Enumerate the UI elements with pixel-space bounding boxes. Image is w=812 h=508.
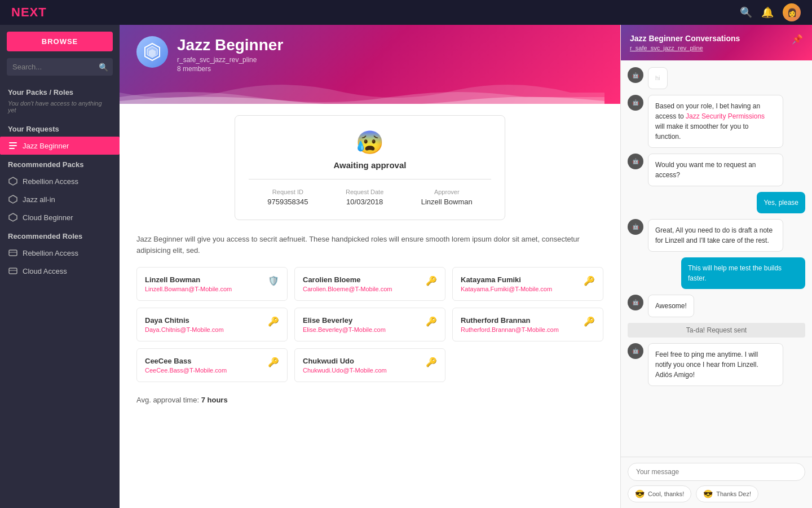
table-row: Rutherford Brannan Rutherford.Brannan@T-… bbox=[452, 308, 603, 341]
cool-emoji: 😎 bbox=[635, 489, 645, 498]
request-date-label: Request Date bbox=[346, 189, 383, 195]
table-row: Linzell Bowman Linzell.Bowman@T-Mobile.c… bbox=[136, 267, 288, 301]
pack-icon bbox=[8, 176, 18, 186]
svg-marker-5 bbox=[9, 213, 17, 221]
member-email: Daya.Chitnis@T-Mobile.com bbox=[145, 326, 224, 333]
sidebar-item-jazz-beginner[interactable]: Jazz Beginner bbox=[0, 137, 120, 155]
member-email: Linzell.Bowman@T-Mobile.com bbox=[145, 286, 232, 292]
shield-icon: 🛡️ bbox=[268, 275, 279, 286]
chat-message-bot: 🤖 hi bbox=[628, 67, 805, 89]
topbar-icons: 🔍 🔔 👩 bbox=[740, 3, 801, 21]
chat-title: Jazz Beginner Conversations bbox=[630, 34, 740, 43]
search-input[interactable] bbox=[7, 58, 113, 76]
chat-message-bot: 🤖 Awesome! bbox=[628, 295, 805, 317]
browse-button[interactable]: BROWSE bbox=[7, 32, 113, 51]
sidebar-item-rebellion-access[interactable]: Rebellion Access bbox=[0, 172, 120, 190]
sidebar-jazz-all-in-label: Jazz all-in bbox=[23, 195, 55, 204]
chat-message-bot: 🤖 Feel free to ping me anytime. I will n… bbox=[628, 343, 805, 386]
quick-replies: 😎 Cool, thanks! 😎 Thanks Dez! bbox=[628, 485, 805, 502]
chat-input[interactable] bbox=[628, 463, 805, 481]
sidebar-item-cloud-access[interactable]: Cloud Access bbox=[0, 262, 120, 280]
request-id-item: Request ID 9759358345 bbox=[267, 189, 308, 206]
chat-service-link[interactable]: r_safe_svc_jazz_rev_pline bbox=[630, 45, 740, 51]
sidebar-rebellion-access-label: Rebellion Access bbox=[23, 177, 78, 186]
pack-icon bbox=[8, 212, 18, 222]
bot-avatar: 🤖 bbox=[628, 295, 643, 310]
svg-rect-0 bbox=[9, 142, 17, 143]
chat-status-bar: Ta-da! Request sent bbox=[628, 323, 805, 338]
chat-bubble: Would you want me to request an access? bbox=[648, 154, 783, 186]
chat-bubble: hi bbox=[648, 67, 668, 89]
sidebar: BROWSE 🔍 Your Packs / Roles You don't ha… bbox=[0, 25, 120, 508]
sidebar-item-cloud-beginner[interactable]: Cloud Beginner bbox=[0, 208, 120, 226]
your-packs-empty-text: You don't have access to anything yet bbox=[0, 100, 120, 119]
member-name: Linzell Bowman bbox=[145, 275, 232, 284]
search-icon[interactable]: 🔍 bbox=[740, 6, 752, 19]
chat-messages: 🤖 hi 🤖 Based on your role, I bet having … bbox=[621, 60, 812, 457]
chat-bubble: Awesome! bbox=[648, 295, 694, 317]
member-email: Rutherford.Brannan@T-Mobile.com bbox=[461, 326, 559, 333]
topbar: NEXT 🔍 🔔 👩 bbox=[0, 0, 812, 25]
role-icon bbox=[8, 248, 18, 258]
member-name: Rutherford Brannan bbox=[461, 316, 559, 325]
chat-message-bot: 🤖 Based on your role, I bet having an ac… bbox=[628, 95, 805, 148]
shield-icon: 🔑 bbox=[584, 316, 595, 327]
svg-marker-4 bbox=[9, 195, 17, 203]
search-wrap: 🔍 bbox=[7, 58, 113, 76]
svg-rect-8 bbox=[9, 268, 17, 274]
request-id-label: Request ID bbox=[267, 189, 308, 195]
svg-marker-3 bbox=[9, 177, 17, 185]
member-name: Chukwudi Udo bbox=[303, 357, 387, 365]
svg-rect-6 bbox=[9, 250, 17, 256]
quick-reply-cool[interactable]: 😎 Cool, thanks! bbox=[628, 485, 691, 502]
bot-avatar: 🤖 bbox=[628, 343, 643, 359]
member-name: Daya Chitnis bbox=[145, 316, 224, 325]
pin-icon[interactable]: 📌 bbox=[792, 34, 803, 45]
member-email: CeeCee.Bass@T-Mobile.com bbox=[145, 367, 227, 374]
sidebar-jazz-beginner-label: Jazz Beginner bbox=[23, 142, 69, 150]
member-name: Katayama Fumiki bbox=[461, 275, 552, 284]
bot-avatar: 🤖 bbox=[628, 67, 643, 83]
app-logo: NEXT bbox=[11, 5, 47, 20]
avatar[interactable]: 👩 bbox=[783, 3, 801, 21]
pack-title: Jazz Beginner bbox=[177, 36, 283, 54]
member-name: CeeCee Bass bbox=[145, 357, 227, 365]
pack-body: 😰 Awaiting approval Request ID 975935834… bbox=[120, 104, 620, 508]
content-area: Jazz Beginner r_safe_svc_jazz_rev_pline … bbox=[120, 25, 620, 508]
chat-input-area: 😎 Cool, thanks! 😎 Thanks Dez! bbox=[621, 457, 812, 508]
recommended-roles-title: Recommended Roles bbox=[0, 226, 120, 244]
bot-avatar: 🤖 bbox=[628, 154, 643, 169]
approval-meta: Request ID 9759358345 Request Date 10/03… bbox=[249, 189, 491, 206]
chat-bubble-user: This will help me test the builds faster… bbox=[681, 257, 805, 289]
table-row: Carolien Bloeme Carolien.Bloeme@T-Mobile… bbox=[294, 267, 445, 301]
list-icon bbox=[8, 141, 18, 151]
shield-icon: 🔑 bbox=[426, 357, 437, 367]
chat-message-user: Yes, please bbox=[628, 192, 805, 213]
request-date-item: Request Date 10/03/2018 bbox=[346, 189, 383, 206]
your-requests-title: Your Requests bbox=[0, 119, 120, 137]
chat-message-user: This will help me test the builds faster… bbox=[628, 257, 805, 289]
sidebar-item-jazz-all-in[interactable]: Jazz all-in bbox=[0, 190, 120, 208]
jazz-security-link[interactable]: Jazz Security Permissions bbox=[686, 112, 765, 120]
chat-message-bot: 🤖 Would you want me to request an access… bbox=[628, 154, 805, 186]
thanks-emoji: 😎 bbox=[703, 489, 713, 498]
approver-label: Approver bbox=[421, 189, 473, 195]
pack-members-count: 8 members bbox=[177, 65, 283, 73]
chat-bubble: Feel free to ping me anytime. I will not… bbox=[648, 343, 783, 386]
quick-reply-thanks-label: Thanks Dez! bbox=[716, 491, 751, 497]
svg-rect-1 bbox=[9, 145, 17, 146]
table-row: Elise Beverley Elise.Beverley@T-Mobile.c… bbox=[294, 308, 445, 341]
approval-card: 😰 Awaiting approval Request ID 975935834… bbox=[235, 115, 505, 220]
notification-icon[interactable]: 🔔 bbox=[761, 6, 774, 19]
request-id-value: 9759358345 bbox=[267, 198, 308, 206]
table-row: Katayama Fumiki Katayama.Fumiki@T-Mobile… bbox=[452, 267, 603, 301]
sidebar-rebellion-access-role-label: Rebellion Access bbox=[23, 249, 78, 257]
avg-approval: Avg. approval time: 7 hours bbox=[136, 393, 603, 404]
table-row: Chukwudi Udo Chukwudi.Udo@T-Mobile.com 🔑 bbox=[294, 348, 445, 382]
pack-logo-icon bbox=[142, 42, 162, 62]
sidebar-item-rebellion-access-role[interactable]: Rebellion Access bbox=[0, 244, 120, 262]
pack-logo bbox=[136, 36, 168, 68]
chat-bubble-user: Yes, please bbox=[757, 192, 805, 213]
quick-reply-thanks[interactable]: 😎 Thanks Dez! bbox=[696, 485, 758, 502]
chat-bubble: Great, All you need to do is draft a not… bbox=[648, 219, 783, 252]
